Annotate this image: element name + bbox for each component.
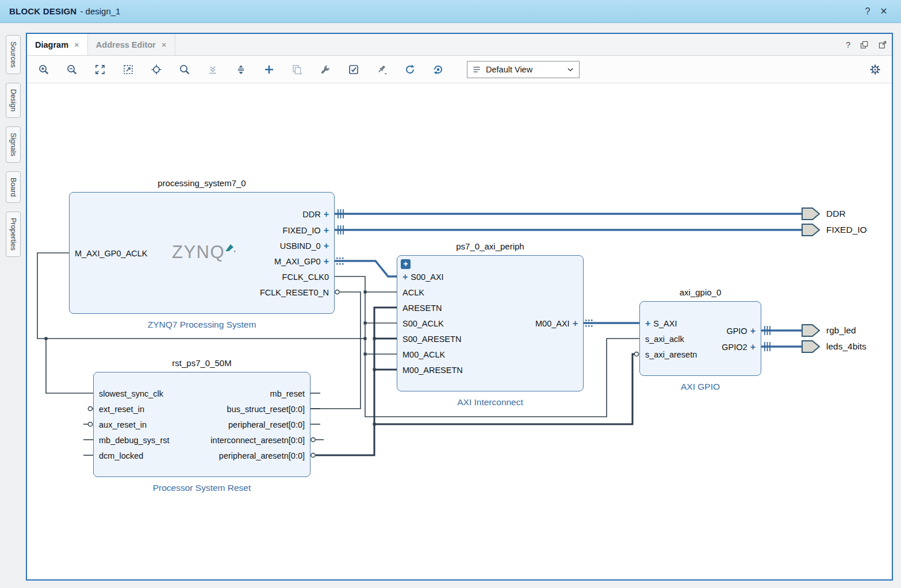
zoom-out-button[interactable] <box>66 63 78 76</box>
port-aclk[interactable]: ACLK <box>402 285 424 300</box>
external-port-label-leds-4bits[interactable]: leds_4bits <box>826 339 867 354</box>
view-selector-dropdown[interactable]: Default View <box>467 61 580 78</box>
collapse-hierarchy-button[interactable] <box>206 63 219 76</box>
block-processing-system7-0[interactable]: processing_system7_0 ZYNQ7 Processing Sy… <box>69 192 335 314</box>
expand-port-icon[interactable]: + <box>402 272 408 282</box>
port-s00-aclk[interactable]: S00_ACLK <box>402 316 444 331</box>
port-dcm-locked[interactable]: dcm_locked <box>99 448 143 463</box>
port-s00-aresetn[interactable]: S00_ARESETN <box>402 332 461 347</box>
pin-button[interactable] <box>375 63 388 76</box>
expand-block-icon[interactable]: + <box>401 259 411 269</box>
block-axi-gpio-0[interactable]: axi_gpio_0 AXI GPIO +S_AXI s_axi_aclk s_… <box>639 301 761 376</box>
port-label: ext_reset_in <box>99 405 144 414</box>
open-new-window-icon <box>878 40 887 49</box>
expand-port-icon[interactable]: + <box>324 209 329 219</box>
gear-icon <box>869 64 881 75</box>
expand-port-icon[interactable]: + <box>324 256 329 266</box>
port-label: S_AXI <box>653 319 677 328</box>
port-m-axi-gp0-aclk[interactable]: M_AXI_GP0_ACLK <box>75 246 148 261</box>
external-port-shapes[interactable] <box>802 208 819 352</box>
diagram-canvas[interactable]: processing_system7_0 ZYNQ7 Processing Sy… <box>27 83 892 579</box>
diagram-settings-button[interactable] <box>869 63 881 76</box>
port-peripheral-aresetn[interactable]: peripheral_aresetn[0:0] <box>219 448 305 463</box>
port-s00-axi[interactable]: +S00_AXI <box>402 270 444 285</box>
float-panel-button[interactable] <box>855 34 873 55</box>
expand-port-icon[interactable]: + <box>750 326 756 336</box>
window-title-doc: - design_1 <box>80 6 120 16</box>
port-aresetn[interactable]: ARESETN <box>402 301 442 316</box>
port-label: FCLK_RESET0_N <box>260 288 329 297</box>
center-selection-button[interactable] <box>150 63 163 76</box>
open-in-new-window-button[interactable] <box>873 34 892 55</box>
port-mb-debug-sys-rst[interactable]: mb_debug_sys_rst <box>99 433 170 448</box>
add-ip-button[interactable] <box>263 63 275 76</box>
help-icon[interactable]: ? <box>860 6 876 17</box>
port-label: mb_reset <box>270 389 305 398</box>
port-peripheral-reset[interactable]: peripheral_reset[0:0] <box>228 417 305 432</box>
zoom-to-selection-button[interactable] <box>122 63 135 76</box>
external-port-label-rgb-led[interactable]: rgb_led <box>826 323 856 338</box>
port-gpio[interactable]: GPIO+ <box>726 324 756 339</box>
validate-design-button[interactable] <box>347 63 360 76</box>
port-mb-reset[interactable]: mb_reset <box>270 386 305 401</box>
port-slowest-sync-clk[interactable]: slowest_sync_clk <box>99 386 163 401</box>
tab-diagram[interactable]: Diagram × <box>27 34 88 55</box>
port-interconnect-aresetn[interactable]: interconnect_aresetn[0:0] <box>210 433 305 448</box>
port-bus-struct-reset[interactable]: bus_struct_reset[0:0] <box>227 402 305 417</box>
port-label: GPIO <box>726 326 747 336</box>
sidebar-item-signals[interactable]: Signals <box>6 126 21 163</box>
port-label: USBIND_0 <box>280 241 321 251</box>
refresh-button[interactable] <box>404 63 416 76</box>
external-port-leds-4bits <box>802 341 819 352</box>
port-s-axi-aclk[interactable]: s_axi_aclk <box>645 332 684 347</box>
port-ext-reset-in[interactable]: ext_reset_in <box>99 402 144 417</box>
expand-hierarchy-button[interactable] <box>235 63 247 76</box>
expand-port-icon[interactable]: + <box>324 241 329 251</box>
port-label: M_AXI_GP0 <box>274 257 321 266</box>
zoom-in-button[interactable] <box>37 63 50 76</box>
panel-help-button[interactable]: ? <box>841 34 855 55</box>
zoom-fit-button[interactable] <box>94 63 106 76</box>
copy-button[interactable] <box>291 63 304 76</box>
port-fclk-clk0[interactable]: FCLK_CLK0 <box>282 270 329 285</box>
port-fixed-io[interactable]: FIXED_IO+ <box>283 223 329 238</box>
tab-address-editor-label: Address Editor <box>96 40 156 49</box>
port-fclk-reset0-n[interactable]: FCLK_RESET0_N <box>260 285 329 300</box>
close-icon[interactable]: ✕ <box>876 6 892 17</box>
port-s-axi[interactable]: +S_AXI <box>645 316 677 331</box>
external-port-label-fixed-io[interactable]: FIXED_IO <box>826 222 867 237</box>
expand-port-icon[interactable]: + <box>573 318 578 328</box>
sidebar-item-design[interactable]: Design <box>6 83 21 118</box>
block-instance-name: axi_gpio_0 <box>617 287 784 297</box>
port-m-axi-gp0[interactable]: M_AXI_GP0+ <box>274 254 329 269</box>
block-rst-ps7-0-50m[interactable]: rst_ps7_0_50M Processor System Reset slo… <box>93 372 310 477</box>
block-ps7-0-axi-periph[interactable]: ps7_0_axi_periph AXI Interconnect + +S00… <box>397 255 584 391</box>
tab-close-icon[interactable]: × <box>74 40 79 49</box>
search-button[interactable] <box>178 63 191 76</box>
expand-port-icon[interactable]: + <box>645 318 650 328</box>
tab-close-icon[interactable]: × <box>162 40 167 49</box>
expand-port-icon[interactable]: + <box>324 225 329 235</box>
port-label: slowest_sync_clk <box>99 389 163 398</box>
sidebar-item-properties[interactable]: Properties <box>6 212 21 257</box>
search-icon <box>179 64 190 75</box>
port-ddr[interactable]: DDR+ <box>302 207 329 222</box>
port-m00-axi[interactable]: M00_AXI+ <box>535 316 578 331</box>
window-title: BLOCK DESIGN <box>9 6 76 16</box>
sidebar-item-sources[interactable]: Sources <box>6 35 21 74</box>
wrench-icon <box>320 64 331 75</box>
port-gpio2[interactable]: GPIO2+ <box>722 340 756 355</box>
sidebar-item-board[interactable]: Board <box>6 171 21 203</box>
regenerate-layout-button[interactable] <box>432 63 444 76</box>
external-port-label-ddr[interactable]: DDR <box>826 206 846 221</box>
port-s-axi-aresetn[interactable]: s_axi_aresetn <box>645 347 697 362</box>
expand-port-icon[interactable]: + <box>750 342 756 352</box>
chevron-down-icon <box>566 66 574 74</box>
tab-address-editor[interactable]: Address Editor × <box>88 34 175 55</box>
port-m00-aclk[interactable]: M00_ACLK <box>402 347 445 362</box>
port-aux-reset-in[interactable]: aux_reset_in <box>99 417 147 432</box>
port-m00-aresetn[interactable]: M00_ARESETN <box>402 363 463 378</box>
customize-block-button[interactable] <box>319 63 332 76</box>
port-usbind-0[interactable]: USBIND_0+ <box>280 239 329 253</box>
regenerate-layout-icon <box>432 64 444 75</box>
